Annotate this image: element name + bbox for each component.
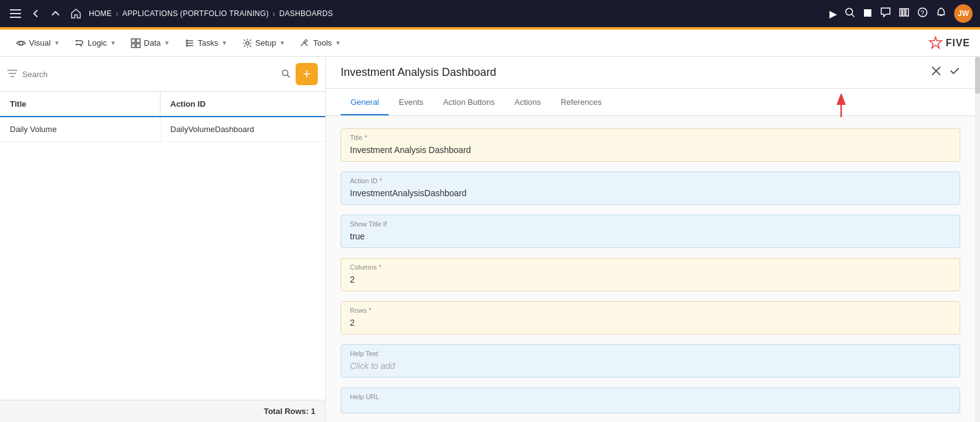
close-button[interactable] xyxy=(931,65,942,80)
show-title-if-field: Show Title If true xyxy=(341,215,960,248)
search-input[interactable] xyxy=(22,70,276,79)
five-logo-icon xyxy=(928,36,943,51)
chat-icon[interactable] xyxy=(880,7,891,20)
form-content: Title * Investment Analysis Dashboard Ac… xyxy=(326,116,975,422)
table-row[interactable]: Daily Volume DailyVolumeDashboard xyxy=(0,117,325,142)
help-text-value[interactable]: Click to add xyxy=(341,358,960,377)
stop-icon[interactable] xyxy=(863,8,873,20)
breadcrumb: HOME › APPLICATIONS (PORTFOLIO TRAINING)… xyxy=(89,9,333,19)
svg-point-23 xyxy=(246,41,249,44)
help-url-label: Help URL xyxy=(341,388,960,402)
row-action-id-cell: DailyVolumeDashboard xyxy=(160,117,325,141)
toolbar-tasks[interactable]: Tasks ▼ xyxy=(178,35,233,52)
toolbar: Visual ▼ Logic ▼ Data ▼ Tasks ▼ xyxy=(0,30,980,57)
tabs: General Events Action Buttons Actions Re… xyxy=(326,89,975,116)
visual-arrow-icon: ▼ xyxy=(54,39,60,46)
notification-icon[interactable] xyxy=(936,7,947,20)
title-field: Title * Investment Analysis Dashboard xyxy=(341,128,960,162)
right-panel-title: Investment Analysis Dashboard xyxy=(341,66,496,79)
svg-rect-15 xyxy=(131,39,135,43)
scrollbar-thumb[interactable] xyxy=(975,57,980,94)
visual-icon xyxy=(16,38,26,48)
add-button[interactable]: + xyxy=(296,63,318,85)
scrollbar-track[interactable] xyxy=(975,57,980,422)
show-title-if-value[interactable]: true xyxy=(341,229,960,247)
table-body: Daily Volume DailyVolumeDashboard xyxy=(0,117,325,400)
svg-text:?: ? xyxy=(921,9,924,17)
data-label: Data xyxy=(144,38,160,48)
brand-label: FIVE xyxy=(945,38,970,49)
show-title-if-label: Show Title If xyxy=(341,215,960,229)
toolbar-setup[interactable]: Setup ▼ xyxy=(236,35,292,52)
svg-rect-8 xyxy=(906,9,908,16)
tab-actions[interactable]: Actions xyxy=(505,89,551,115)
rows-value[interactable]: 2 xyxy=(341,315,960,334)
svg-rect-16 xyxy=(136,39,140,43)
filter-icon xyxy=(7,69,17,80)
help-url-value[interactable] xyxy=(341,402,960,413)
help-icon[interactable]: ? xyxy=(917,7,928,20)
tab-action-buttons[interactable]: Action Buttons xyxy=(433,89,505,115)
help-url-field: Help URL xyxy=(341,387,960,413)
column-title-header: Title xyxy=(0,92,160,116)
data-arrow-icon: ▼ xyxy=(164,39,170,46)
play-icon[interactable]: ▶ xyxy=(829,8,837,20)
tab-arrow-indicator xyxy=(832,94,850,118)
svg-rect-5 xyxy=(864,9,871,17)
top-nav-right-icons: ▶ ? xyxy=(829,4,973,23)
svg-point-13 xyxy=(76,39,78,41)
svg-rect-7 xyxy=(903,9,905,16)
library-icon[interactable] xyxy=(899,7,910,20)
search-icon[interactable] xyxy=(844,7,855,20)
data-icon xyxy=(131,38,141,48)
tools-icon xyxy=(300,38,310,48)
toolbar-logic[interactable]: Logic ▼ xyxy=(69,35,122,52)
app-label[interactable]: APPLICATIONS (PORTFOLIO TRAINING) xyxy=(122,9,268,18)
up-icon[interactable] xyxy=(48,6,63,21)
rows-label: Rows * xyxy=(341,302,960,315)
action-id-value[interactable]: InvestmentAnalysisDashboard xyxy=(341,186,960,204)
tab-references[interactable]: References xyxy=(550,89,611,115)
action-id-field: Action ID * InvestmentAnalysisDashboard xyxy=(341,172,960,205)
svg-marker-24 xyxy=(929,37,942,48)
main-content: + Title Action ID Daily Volume DailyVolu… xyxy=(0,57,980,422)
svg-rect-6 xyxy=(900,9,902,16)
search-button[interactable] xyxy=(281,68,291,80)
search-bar: + xyxy=(0,57,325,92)
svg-line-29 xyxy=(288,75,290,77)
svg-rect-18 xyxy=(136,44,140,48)
back-icon[interactable] xyxy=(28,6,43,21)
tab-events[interactable]: Events xyxy=(389,89,433,115)
menu-icon[interactable] xyxy=(7,7,23,20)
title-value[interactable]: Investment Analysis Dashboard xyxy=(341,143,960,161)
right-header: Investment Analysis Dashboard xyxy=(326,57,975,89)
table-header: Title Action ID xyxy=(0,92,325,117)
columns-value[interactable]: 2 xyxy=(341,272,960,291)
setup-label: Setup xyxy=(255,38,276,48)
tab-general[interactable]: General xyxy=(341,89,389,115)
action-id-label: Action ID * xyxy=(341,172,960,186)
setup-icon xyxy=(243,38,252,48)
logic-icon xyxy=(75,38,85,48)
help-text-field: Help Text Click to add xyxy=(341,344,960,378)
columns-label: Columns * xyxy=(341,259,960,272)
home-label[interactable]: HOME xyxy=(89,9,112,18)
rows-field: Rows * 2 xyxy=(341,301,960,334)
toolbar-tools[interactable]: Tools ▼ xyxy=(294,35,347,52)
visual-label: Visual xyxy=(29,38,51,48)
right-panel: Investment Analysis Dashboard xyxy=(326,57,975,422)
home-icon[interactable] xyxy=(68,6,84,22)
svg-point-12 xyxy=(19,41,23,45)
toolbar-data[interactable]: Data ▼ xyxy=(125,35,176,52)
toolbar-visual[interactable]: Visual ▼ xyxy=(10,35,66,52)
logic-arrow-icon: ▼ xyxy=(110,39,116,46)
five-brand: FIVE xyxy=(928,36,970,51)
confirm-button[interactable] xyxy=(949,65,960,80)
help-text-label: Help Text xyxy=(341,345,960,358)
dashboards-label[interactable]: DASHBOARDS xyxy=(279,9,333,18)
svg-rect-0 xyxy=(10,9,21,10)
table-footer: Total Rows: 1 xyxy=(0,400,325,422)
avatar[interactable]: JW xyxy=(954,4,973,23)
logic-label: Logic xyxy=(88,38,107,48)
tasks-label: Tasks xyxy=(197,38,218,48)
